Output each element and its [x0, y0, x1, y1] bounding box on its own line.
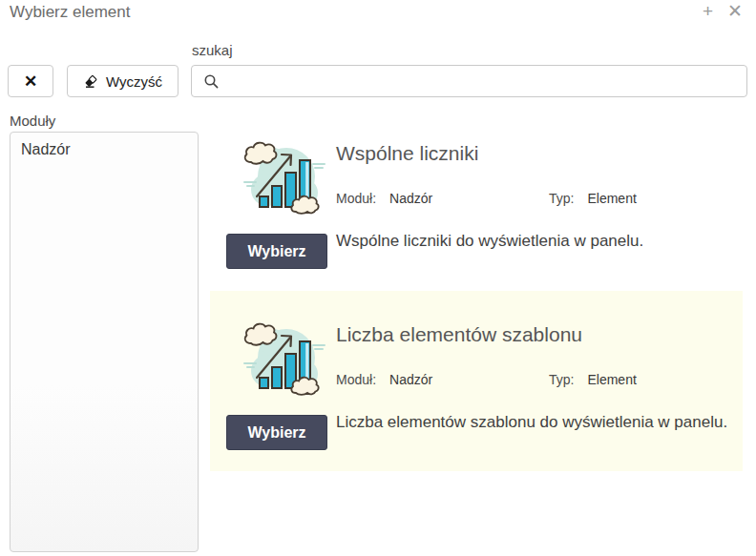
module-value: Nadzór — [389, 372, 432, 387]
select-button[interactable]: Wybierz — [226, 415, 327, 450]
module-list-item[interactable]: Nadzór — [10, 133, 198, 167]
search-input[interactable] — [220, 66, 746, 96]
clear-search-label: Wyczyść — [106, 73, 162, 90]
type-label: Typ: — [549, 372, 574, 387]
dialog-title: Wybierz element — [10, 3, 130, 22]
modules-label: Moduły — [10, 113, 55, 129]
result-description: Liczba elementów szablonu do wyświetleni… — [336, 413, 727, 432]
result-title: Liczba elementów szablonu — [336, 323, 582, 346]
type-value: Element — [587, 372, 636, 387]
chart-illustration-icon — [242, 138, 327, 219]
clear-search-button[interactable]: Wyczyść — [67, 65, 178, 97]
result-meta: Moduł: Nadzór Typ: Element — [336, 372, 637, 387]
module-value: Nadzór — [389, 191, 432, 206]
modules-list[interactable]: Nadzór — [10, 132, 199, 552]
module-label: Moduł: — [336, 191, 376, 206]
results-list: Wspólne liczniki Moduł: Nadzór Typ: Elem… — [210, 124, 743, 471]
select-element-dialog: Wybierz element + ✕ ✕ Wyczyść szukaj Mod… — [0, 0, 756, 556]
result-description: Wspólne liczniki do wyświetlenia w panel… — [336, 232, 643, 251]
close-icon[interactable]: ✕ — [727, 1, 743, 22]
search-box — [191, 65, 747, 97]
result-title: Wspólne liczniki — [336, 142, 478, 165]
select-button[interactable]: Wybierz — [226, 234, 327, 269]
clear-x-icon: ✕ — [24, 73, 37, 90]
search-icon — [203, 73, 220, 90]
add-icon[interactable]: + — [703, 1, 713, 22]
chart-illustration-icon — [242, 319, 327, 401]
clear-selection-button[interactable]: ✕ — [8, 65, 53, 97]
type-label: Typ: — [549, 191, 574, 206]
search-label: szukaj — [192, 42, 233, 58]
eraser-icon — [83, 73, 98, 89]
window-controls: + ✕ — [703, 1, 743, 22]
type-value: Element — [587, 191, 636, 206]
result-meta: Moduł: Nadzór Typ: Element — [336, 191, 637, 206]
result-card: Wspólne liczniki Moduł: Nadzór Typ: Elem… — [210, 124, 743, 286]
module-label: Moduł: — [336, 372, 376, 387]
result-card: Liczba elementów szablonu Moduł: Nadzór … — [210, 291, 743, 471]
